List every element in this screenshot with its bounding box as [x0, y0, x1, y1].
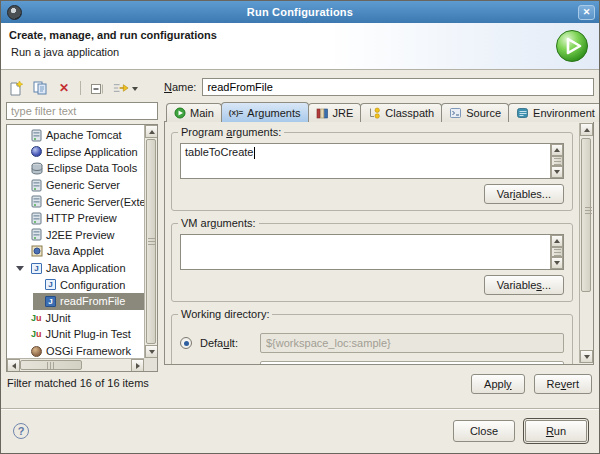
tree-item-generic-server[interactable]: Generic Server: [7, 177, 144, 194]
classpath-tab-icon: [368, 107, 381, 119]
tree-item-label: Eclipse Application: [46, 146, 138, 158]
dialog-footer: ? Close Run: [1, 408, 599, 453]
tree-item-eclipse-data-tools[interactable]: Eclipse Data Tools: [7, 160, 144, 177]
close-button[interactable]: Close: [453, 420, 515, 442]
scrollbar-corner: [144, 358, 157, 371]
scroll-up-button[interactable]: [580, 123, 593, 136]
tab-arguments[interactable]: (x)= Arguments: [221, 102, 309, 122]
apply-button[interactable]: Apply: [471, 374, 525, 394]
environment-tab-icon: [516, 107, 529, 119]
filter-status-text: Filter matched 16 of 16 items: [6, 377, 158, 389]
collapse-all-icon: [89, 80, 105, 96]
server-icon: [31, 179, 42, 192]
scroll-up-icon: [149, 130, 155, 134]
close-window-button[interactable]: ✕: [578, 5, 595, 20]
help-button[interactable]: ?: [13, 423, 29, 439]
name-input[interactable]: [202, 78, 594, 96]
run-sphere-icon: [555, 29, 589, 63]
scroll-thumb[interactable]: [551, 156, 563, 166]
tree-item-junit-plugin-test[interactable]: Ju JUnit Plug-in Test: [7, 326, 144, 343]
program-variables-button[interactable]: Variables...: [484, 184, 564, 204]
source-tab-icon: [449, 107, 462, 119]
default-radio[interactable]: [180, 337, 192, 349]
program-arguments-textarea[interactable]: tableToCreate: [180, 143, 564, 179]
scroll-thumb[interactable]: [551, 247, 563, 257]
titlebar[interactable]: Run Configurations ✕: [1, 1, 599, 23]
vm-arguments-textarea[interactable]: [180, 234, 564, 270]
tree-vscroll-thumb[interactable]: [146, 139, 156, 344]
thumb-grip-icon: [148, 238, 155, 245]
tab-jre[interactable]: JRE: [308, 103, 362, 122]
scroll-up-button[interactable]: [551, 144, 563, 156]
tree-item-osgi-framework[interactable]: OSGi Framework: [7, 343, 144, 358]
program-arguments-group: Program arguments: tableToCreate Variabl…: [171, 132, 573, 211]
window-title: Run Configurations: [22, 6, 578, 18]
new-configuration-button[interactable]: [6, 79, 26, 97]
tree-item-label: OSGi Framework: [46, 345, 131, 357]
arguments-tab-icon: (x)=: [229, 108, 243, 117]
default-radio-label[interactable]: Default:: [200, 337, 252, 349]
filter-configurations-button[interactable]: [111, 79, 139, 97]
tab-source[interactable]: Source: [441, 103, 509, 122]
tree-item-http-preview[interactable]: HTTP Preview: [7, 210, 144, 227]
tree-item-generic-server-external[interactable]: Generic Server(Exte: [7, 193, 144, 210]
tree-hscroll-thumb[interactable]: [20, 360, 82, 370]
expander-icon[interactable]: [13, 262, 27, 275]
other-directory-input[interactable]: [260, 361, 564, 365]
scroll-left-button[interactable]: [7, 359, 20, 372]
panel-scroll-thumb[interactable]: [581, 138, 591, 292]
tree-vertical-scrollbar: [144, 125, 157, 358]
database-icon: [31, 162, 43, 175]
scroll-down-icon: [584, 355, 590, 359]
scroll-up-button[interactable]: [145, 125, 158, 138]
scroll-right-button[interactable]: [131, 359, 144, 372]
scroll-up-button[interactable]: [551, 235, 563, 247]
tree-item-apache-tomcat[interactable]: Apache Tomcat: [7, 127, 144, 144]
thumb-grip-icon: [47, 362, 54, 369]
revert-button[interactable]: Revert: [534, 374, 592, 394]
working-directory-label: Working directory:: [178, 308, 272, 320]
tree-item-java-applet[interactable]: Java Applet: [7, 243, 144, 260]
junit-plugin-icon: Ju: [31, 329, 42, 339]
java-app-icon: J: [31, 263, 42, 274]
java-config-icon: J: [45, 279, 56, 290]
filter-input[interactable]: [6, 102, 158, 120]
junit-icon: Ju: [31, 313, 42, 323]
tree-item-j2ee-preview[interactable]: J2EE Preview: [7, 227, 144, 244]
tree-item-configuration[interactable]: J Configuration: [7, 276, 144, 293]
vm-arguments-group: VM arguments: Variables...: [171, 223, 573, 302]
tree-item-label: Generic Server(Exte: [46, 196, 144, 208]
scroll-down-button[interactable]: [145, 345, 158, 358]
delete-icon: ✕: [59, 82, 69, 94]
sidebar: ✕ Apache Tomcat: [6, 78, 158, 409]
new-document-icon: [8, 80, 24, 96]
vm-arguments-label: VM arguments:: [178, 217, 259, 229]
tree-item-label: J2EE Preview: [46, 229, 114, 241]
tree-item-readfromfile[interactable]: J readFromFile: [7, 293, 144, 310]
vm-variables-button[interactable]: Variables...: [484, 275, 564, 295]
tree-item-label: Eclipse Data Tools: [47, 162, 137, 174]
delete-configuration-button[interactable]: ✕: [54, 79, 74, 97]
tab-environment[interactable]: Environment: [508, 103, 600, 122]
duplicate-configuration-button[interactable]: [30, 79, 50, 97]
scroll-down-button[interactable]: [551, 166, 563, 178]
tab-classpath[interactable]: Classpath: [360, 103, 442, 122]
tab-main[interactable]: Main: [166, 103, 222, 122]
help-icon: ?: [18, 425, 25, 437]
toolbar-separator: [80, 81, 81, 95]
scroll-down-button[interactable]: [551, 257, 563, 269]
scroll-down-button[interactable]: [580, 350, 593, 363]
server-icon: [31, 129, 42, 142]
name-label: Name:: [164, 81, 196, 93]
tree-item-java-application[interactable]: J Java Application: [7, 260, 144, 277]
tree-item-eclipse-application[interactable]: Eclipse Application: [7, 144, 144, 161]
tree-item-label: Java Application: [46, 262, 126, 274]
configuration-tree: Apache Tomcat Eclipse Application Eclips…: [6, 124, 158, 372]
scroll-left-icon: [12, 363, 16, 369]
tree-item-junit[interactable]: Ju JUnit: [7, 310, 144, 327]
textarea-scrollbar: [550, 235, 563, 269]
server-icon: [31, 212, 42, 225]
run-configurations-dialog: Run Configurations ✕ Create, manage, and…: [0, 0, 600, 454]
collapse-all-button[interactable]: [87, 79, 107, 97]
run-button[interactable]: Run: [525, 420, 587, 442]
